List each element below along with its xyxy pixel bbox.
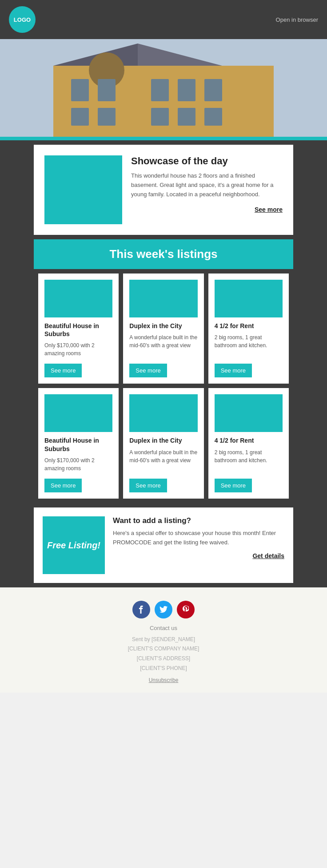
showcase-section: Showcase of the day This wonderful house… bbox=[34, 145, 293, 235]
promo-content: Want to add a listing? Here's a special … bbox=[113, 516, 284, 560]
social-icons bbox=[9, 601, 318, 618]
showcase-content: Showcase of the day This wonderful house… bbox=[131, 155, 283, 213]
listing-card-5: 4 1/2 for Rent 2 big rooms, 1 great bath… bbox=[208, 388, 289, 498]
listing-title-1: Duplex in the City bbox=[129, 322, 197, 330]
footer-company: [CLIENT'S COMPANY NAME] bbox=[9, 644, 318, 654]
listing-desc-1: A wonderful place built in the mid-60's … bbox=[129, 333, 197, 357]
listing-see-more-1[interactable]: See more bbox=[129, 364, 167, 377]
listing-card-2: 4 1/2 for Rent 2 big rooms, 1 great bath… bbox=[208, 273, 289, 384]
svg-rect-12 bbox=[151, 108, 169, 126]
open-in-browser-link[interactable]: Open in browser bbox=[276, 16, 318, 23]
promo-title: Want to add a listing? bbox=[113, 516, 284, 525]
listings-grid: Beautiful House in Suburbs Only $170,000… bbox=[34, 269, 293, 503]
hero-inner bbox=[0, 39, 327, 137]
listing-card-4: Duplex in the City A wonderful place bui… bbox=[123, 388, 203, 498]
listing-title-2: 4 1/2 for Rent bbox=[215, 322, 283, 330]
listing-card-1: Duplex in the City A wonderful place bui… bbox=[123, 273, 203, 384]
footer-info: Sent by [SENDER_NAME] [CLIENT'S COMPANY … bbox=[9, 635, 318, 673]
listing-image-5 bbox=[215, 394, 283, 432]
svg-rect-9 bbox=[204, 79, 222, 101]
hero-image bbox=[0, 39, 327, 137]
listings-title: This week's listings bbox=[109, 247, 217, 261]
listing-desc-2: 2 big rooms, 1 great bathroom and kitche… bbox=[215, 333, 283, 357]
unsubscribe-link[interactable]: Unsubscribe bbox=[149, 677, 179, 683]
pinterest-icon[interactable] bbox=[177, 601, 195, 618]
listing-desc-0: Only $170,000 with 2 amazing rooms bbox=[44, 341, 112, 357]
listing-title-5: 4 1/2 for Rent bbox=[215, 436, 283, 444]
listing-title-0: Beautiful House in Suburbs bbox=[44, 322, 112, 338]
twitter-icon[interactable] bbox=[155, 601, 172, 618]
showcase-see-more[interactable]: See more bbox=[131, 206, 283, 213]
contact-us-label[interactable]: Contact us bbox=[9, 625, 318, 631]
promo-description: Here's a special offer to showcase your … bbox=[113, 529, 284, 547]
svg-rect-6 bbox=[98, 79, 116, 101]
svg-rect-8 bbox=[178, 79, 195, 101]
logo: LOGO bbox=[9, 6, 36, 33]
footer-phone: [CLIENT'S PHONE] bbox=[9, 664, 318, 674]
listing-see-more-0[interactable]: See more bbox=[44, 364, 82, 377]
listing-image-4 bbox=[129, 394, 197, 432]
svg-rect-10 bbox=[71, 108, 89, 126]
email-wrapper: LOGO Open in browser bbox=[0, 0, 327, 693]
showcase-image bbox=[44, 155, 122, 224]
promo-image: Free Listing! bbox=[43, 516, 105, 574]
listing-image-2 bbox=[215, 280, 283, 317]
listings-header: This week's listings bbox=[34, 239, 293, 269]
svg-rect-14 bbox=[204, 108, 222, 126]
get-details-link[interactable]: Get details bbox=[113, 552, 284, 559]
listing-desc-4: A wonderful place built in the mid-60's … bbox=[129, 448, 197, 472]
listing-see-more-2[interactable]: See more bbox=[215, 364, 252, 377]
footer-address: [CLIENT'S ADDRESS] bbox=[9, 654, 318, 664]
listing-card-3: Beautiful House in Suburbs Only $170,000… bbox=[38, 388, 119, 498]
promo-image-text: Free Listing! bbox=[47, 539, 100, 551]
footer-sender: Sent by [SENDER_NAME] bbox=[9, 635, 318, 645]
listing-image-1 bbox=[129, 280, 197, 317]
showcase-title: Showcase of the day bbox=[131, 155, 283, 167]
listing-see-more-5[interactable]: See more bbox=[215, 479, 252, 492]
svg-rect-13 bbox=[178, 108, 195, 126]
listing-card-0: Beautiful House in Suburbs Only $170,000… bbox=[38, 273, 119, 384]
footer: Contact us Sent by [SENDER_NAME] [CLIENT… bbox=[0, 587, 327, 693]
listing-see-more-3[interactable]: See more bbox=[44, 479, 82, 492]
facebook-icon[interactable] bbox=[132, 601, 150, 618]
listing-image-0 bbox=[44, 280, 112, 317]
hero-svg bbox=[0, 39, 327, 137]
svg-rect-5 bbox=[71, 79, 89, 101]
promo-section: Free Listing! Want to add a listing? Her… bbox=[34, 507, 293, 583]
listing-desc-5: 2 big rooms, 1 great bathroom and kitche… bbox=[215, 448, 283, 472]
email-header: LOGO Open in browser bbox=[0, 0, 327, 39]
showcase-description: This wonderful house has 2 floors and a … bbox=[131, 171, 283, 199]
listing-title-3: Beautiful House in Suburbs bbox=[44, 436, 112, 452]
svg-rect-7 bbox=[151, 79, 169, 101]
listing-image-3 bbox=[44, 394, 112, 432]
listing-title-4: Duplex in the City bbox=[129, 436, 197, 444]
teal-divider bbox=[0, 137, 327, 140]
svg-rect-11 bbox=[98, 108, 116, 126]
listing-desc-3: Only $170,000 with 2 amazing rooms bbox=[44, 456, 112, 472]
listing-see-more-4[interactable]: See more bbox=[129, 479, 167, 492]
